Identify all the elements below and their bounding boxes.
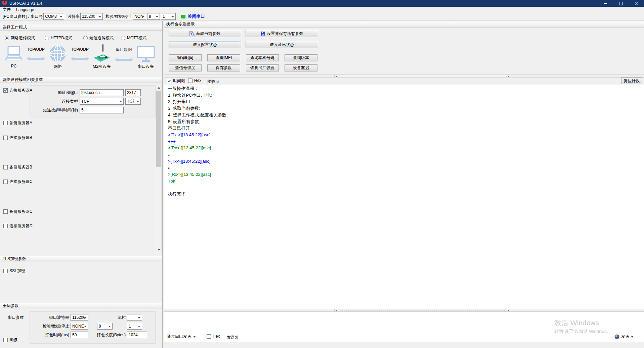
parity-select[interactable]: NONI (133, 13, 146, 20)
save-params-button[interactable]: 保存参数 (207, 64, 240, 71)
baud-select[interactable]: 115200 (80, 13, 103, 20)
query-signal-button[interactable]: 查信号强度 (169, 64, 202, 71)
maximize-button[interactable] (613, 0, 629, 7)
checkbox-connect-server-b[interactable]: 连接服务器B (3, 135, 32, 141)
menu-file[interactable]: 文件 (0, 7, 13, 12)
checkbox-connect-server-d[interactable]: 连接服务器D (3, 223, 33, 229)
mode-radio-httpd[interactable]: HTTPD模式 (45, 35, 72, 41)
packtime-input[interactable]: 50 (71, 332, 88, 338)
checkbox-advanced[interactable]: 高级 (3, 337, 17, 343)
node-label: 网络 (54, 64, 62, 69)
checkbox-label: 备份服务器C (9, 209, 33, 214)
databits-select[interactable]: 8 (147, 13, 160, 20)
short-timeout-input[interactable]: 5 (80, 107, 124, 113)
query-version-button[interactable]: 查询版本 (285, 54, 317, 61)
factory-reset-button[interactable]: 恢复出厂设置 (246, 64, 279, 71)
scroll-up-icon[interactable] (156, 85, 161, 90)
log-line: 3. 获取当前参数; (164, 105, 644, 112)
send-splitter (164, 309, 644, 312)
activate-windows-watermark: 激活 Windows (554, 318, 599, 328)
button-label: 进入配置状态 (193, 42, 217, 48)
minimize-button[interactable] (598, 0, 613, 7)
network-params-scrollbar[interactable] (156, 85, 162, 253)
close-serial-button[interactable]: 关闭串口 (181, 13, 205, 19)
device-restart-button[interactable]: 设备重启 (285, 64, 317, 71)
send-button[interactable]: 发送 (614, 333, 634, 341)
checkbox-label: 时间戳 (173, 78, 185, 84)
checkbox-backup-server-b[interactable]: 备份服务器B (3, 164, 32, 170)
right-panel: 执行命令及提示 获取当前参数 设置并保存所有参数 进入配置状态 (164, 21, 644, 348)
set-save-params-button[interactable]: 设置并保存所有参数 (246, 30, 318, 37)
checkbox-send-hex[interactable]: Hex (207, 334, 220, 339)
node-label: 串口设备 (138, 64, 154, 69)
query-phone-number-button[interactable]: 查询本机号码 (246, 54, 279, 61)
checkbox-connect-server-a[interactable]: 连接服务器A (3, 88, 32, 93)
server-port-input[interactable]: 2317 (125, 89, 141, 96)
checkbox-icon (3, 121, 8, 125)
checkbox-label: 连接服务器C (9, 179, 33, 185)
tls-header: TLS加密参数 (0, 256, 162, 262)
double-arrow-icon (26, 56, 46, 61)
checkbox-connect-server-c[interactable]: 连接服务器C (3, 179, 33, 185)
button-label: 设置并保存所有参数 (267, 31, 303, 37)
packlen-input[interactable]: 1024 (127, 332, 147, 338)
reset-counter-button[interactable]: 复位计数 (621, 78, 642, 84)
serial-stopbits-select[interactable]: 1 (127, 323, 142, 330)
serial-parity-select[interactable]: NONE (71, 323, 88, 330)
recv-count: 接收:6 (207, 79, 219, 85)
conn-type-select[interactable]: TCP (80, 98, 124, 105)
mode-label: 短信透传模式 (89, 35, 114, 41)
diagram-link-tcpudp-1: TCP/UDP (26, 44, 46, 75)
scrollbar-thumb[interactable] (156, 91, 161, 167)
checkbox-backup-server-a[interactable]: 备份服务器A (3, 120, 32, 126)
stopbits-select[interactable]: 1 (161, 13, 176, 20)
menu-language[interactable]: Language (13, 7, 37, 12)
serial-databits-select[interactable]: 8 (97, 323, 113, 330)
mode-radio-sms-passthrough[interactable]: 短信透传模式 (83, 35, 114, 41)
checkbox-recv-hex[interactable]: Hex (188, 78, 201, 83)
m2m-module-icon (92, 44, 111, 62)
keepalive-select[interactable]: 长连 (125, 98, 141, 105)
checkbox-ssl[interactable]: SSL加密 (3, 268, 25, 274)
receive-log[interactable]: 一般操作流程： 1. 模块连PC串口,上电; 2. 打开串口; 3. 获取当前参… (164, 85, 644, 309)
diagram-node-serial-device: 串口设备 (135, 44, 156, 75)
close-button[interactable] (629, 0, 644, 7)
button-label: 设备重启 (293, 65, 309, 71)
mode-radio-mqtt[interactable]: MQTT模式 (121, 35, 146, 41)
splitter-handle[interactable] (334, 75, 510, 77)
button-label: 进入通讯状态 (270, 42, 294, 48)
left-panel: 选择工作模式 网络透传模式 HTTPD模式 短信透传模式 MQTT模式 (0, 21, 163, 348)
compile-time-button[interactable]: 编译时间 (169, 54, 202, 61)
get-params-button[interactable]: 获取当前参数 (169, 30, 241, 37)
flow-control-select[interactable] (127, 314, 142, 321)
window-title: USR-CAT1 V1.1.4 (9, 1, 42, 6)
checkbox-checked-icon (3, 88, 8, 93)
splitter-handle[interactable] (334, 309, 510, 311)
maximize-icon (619, 2, 623, 5)
query-imei-button[interactable]: 查询IMEI (207, 54, 240, 61)
enter-comm-state-button[interactable]: 进入通讯状态 (246, 41, 318, 48)
checkbox-icon (3, 209, 8, 214)
log-splitter (164, 74, 644, 78)
scroll-down-icon[interactable] (156, 247, 161, 253)
radio-selected-icon (5, 36, 9, 40)
checkbox-icon (3, 224, 8, 228)
button-label: 编译时间 (177, 55, 193, 61)
mode-radio-net-passthrough[interactable]: 网络透传模式 (5, 35, 35, 41)
com-port-select[interactable]: COM3 (43, 13, 64, 20)
diagram-node-network: 网络 (47, 44, 68, 75)
enter-config-state-button[interactable]: 进入配置状态 (169, 41, 241, 48)
global-params-header: 全局参数 (0, 303, 162, 309)
checkbox-timestamp[interactable]: 时间戳 (167, 78, 185, 84)
packtime-label: 打包时间(ms) (30, 332, 69, 338)
server-address-input[interactable]: test.usr.cn (80, 89, 124, 96)
double-arrow-icon (114, 57, 134, 62)
checkbox-label: 连接服务器D (9, 223, 33, 229)
double-arrow-icon (70, 56, 90, 61)
serial-baud-select[interactable]: 115200 (71, 314, 88, 321)
net-params-header: 网络透传模式相关参数 (0, 77, 162, 83)
button-label: 查信号强度 (175, 65, 195, 71)
send-via-serial-dropdown[interactable]: 通过串口发送 (167, 334, 196, 340)
checkbox-backup-server-c[interactable]: 备份服务器C (3, 209, 33, 214)
link-label: TCP/UDP (27, 47, 45, 52)
